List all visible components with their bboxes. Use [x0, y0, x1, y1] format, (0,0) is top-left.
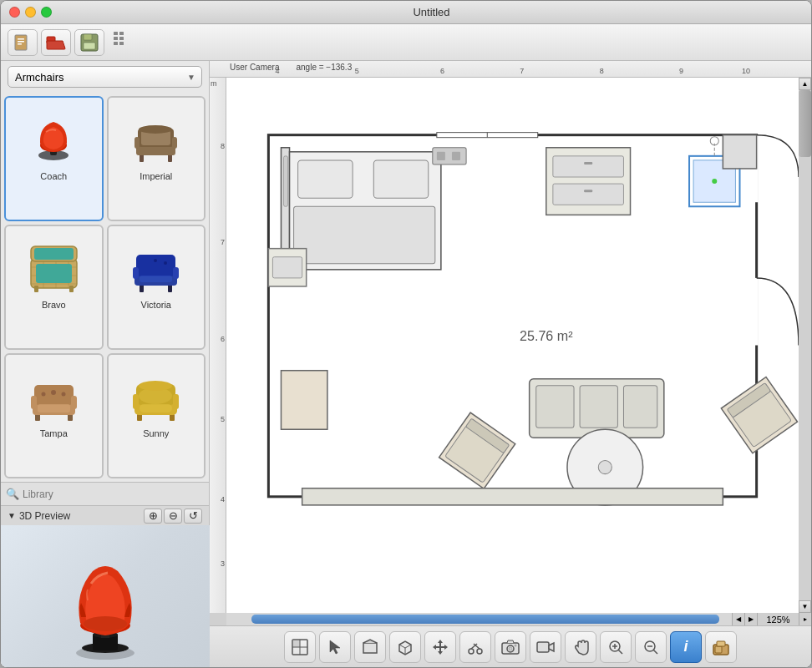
svg-rect-51: [31, 396, 37, 409]
svg-rect-12: [114, 42, 118, 45]
furniture-item-coach[interactable]: Coach: [4, 96, 104, 221]
canvas-area: User Camera angle = −136.3 4 5 6 7 8 9 1…: [210, 61, 811, 667]
furniture-item-victoria-image: [123, 231, 190, 298]
room-tool-button[interactable]: [354, 631, 386, 663]
ruler-mark-4: 4: [275, 67, 279, 75]
svg-rect-115: [723, 135, 756, 169]
info-icon: i: [683, 638, 688, 655]
svg-rect-91: [553, 156, 624, 177]
traffic-lights: [9, 7, 52, 18]
zoom-out-button[interactable]: [635, 631, 667, 663]
3d-view-button[interactable]: [389, 631, 421, 663]
ruler-top: User Camera angle = −136.3 4 5 6 7 8 9 1…: [210, 61, 811, 78]
scrollbar-vertical-thumb[interactable]: [799, 90, 811, 157]
toolbar-open-button[interactable]: [41, 29, 71, 56]
app-window: Untitled: [0, 0, 812, 668]
svg-rect-61: [133, 394, 139, 409]
svg-rect-117: [292, 640, 300, 647]
furniture-item-tampa-image: [20, 360, 87, 427]
preview-toggle-icon[interactable]: ▼: [8, 511, 16, 520]
svg-rect-94: [584, 190, 592, 192]
preview-refresh-button[interactable]: ↺: [184, 509, 202, 524]
toolbar-new-button[interactable]: [8, 29, 38, 56]
ruler-left: m 8 7 6 5 4 3: [210, 78, 226, 613]
category-select[interactable]: Armchairs Sofas Tables Beds: [8, 66, 202, 88]
furniture-item-sunny[interactable]: Sunny: [107, 353, 206, 478]
svg-rect-92: [553, 184, 624, 205]
scrollbar-horizontal-thumb[interactable]: [251, 615, 719, 624]
furniture-item-imperial-label: Imperial: [140, 171, 172, 181]
export-button[interactable]: [705, 631, 737, 663]
camera-button[interactable]: [495, 631, 526, 663]
svg-point-56: [61, 392, 65, 396]
toolbar-separator: [111, 29, 128, 56]
scroll-up-button[interactable]: ▲: [799, 78, 811, 90]
svg-rect-131: [537, 642, 549, 652]
svg-point-97: [712, 179, 717, 184]
furniture-item-tampa[interactable]: Tampa: [4, 353, 104, 478]
svg-rect-64: [140, 404, 172, 412]
canvas-viewport[interactable]: 25.76 m²: [226, 78, 799, 613]
info-button[interactable]: i: [670, 631, 702, 663]
toolbar-save-button[interactable]: [74, 29, 104, 56]
svg-rect-3: [18, 43, 22, 45]
hand-tool-button[interactable]: [565, 631, 596, 663]
svg-rect-35: [34, 286, 38, 292]
preview-header: ▼ 3D Preview ⊕ ⊖ ↺: [1, 505, 209, 525]
zoom-next-button[interactable]: ▶: [744, 613, 757, 625]
left-panel: Armchairs Sofas Tables Beds ▼: [1, 61, 210, 667]
floor-plan-svg: 25.76 m²: [226, 78, 799, 613]
minimize-button[interactable]: [25, 7, 36, 18]
ruler-mark-5: 5: [355, 67, 359, 75]
svg-marker-122: [433, 640, 448, 655]
close-button[interactable]: [9, 7, 20, 18]
furniture-item-tampa-label: Tampa: [40, 428, 68, 438]
scrollbar-bottom-track[interactable]: [226, 613, 732, 625]
svg-rect-140: [715, 646, 722, 653]
cut-tool-button[interactable]: [459, 631, 491, 663]
zoom-in-button[interactable]: [600, 631, 632, 663]
svg-rect-22: [172, 137, 177, 149]
canvas-with-ruler: m 8 7 6 5 4 3: [210, 78, 811, 613]
furniture-item-victoria[interactable]: Victoria: [107, 225, 206, 350]
title-bar: Untitled: [1, 1, 811, 24]
furniture-item-imperial[interactable]: Imperial: [107, 96, 206, 221]
maximize-button[interactable]: [41, 7, 52, 18]
zoom-prev-button[interactable]: ◀: [732, 613, 744, 625]
svg-rect-1: [18, 38, 24, 40]
ruler-mark-6v: 6: [221, 335, 225, 343]
svg-point-106: [598, 461, 612, 474]
svg-rect-53: [38, 404, 70, 412]
furniture-item-bravo[interactable]: Bravo: [4, 225, 104, 350]
ruler-mark-10: 10: [742, 67, 750, 75]
bottom-scrollbar-area: ◀ ▶ 125% ▸: [210, 613, 811, 625]
svg-rect-102: [536, 386, 574, 428]
svg-rect-52: [71, 396, 77, 409]
svg-point-124: [477, 649, 482, 654]
category-dropdown-container[interactable]: Armchairs Sofas Tables Beds ▼: [8, 66, 202, 88]
floor-plan-button[interactable]: [284, 631, 316, 663]
svg-rect-114: [302, 488, 723, 505]
svg-rect-76: [755, 278, 759, 346]
svg-rect-6: [84, 34, 92, 40]
ruler-mark-7: 7: [520, 67, 524, 75]
scrollbar-vertical-track[interactable]: [799, 90, 811, 600]
search-input[interactable]: [23, 488, 204, 500]
svg-rect-93: [584, 162, 592, 164]
scroll-down-button[interactable]: ▼: [799, 600, 811, 613]
svg-rect-83: [294, 206, 435, 263]
preview-zoom-in-button[interactable]: ⊕: [144, 509, 162, 524]
ruler-corner: [210, 613, 226, 625]
svg-rect-58: [170, 414, 175, 421]
furniture-item-coach-image: [20, 103, 87, 170]
video-button[interactable]: [530, 631, 561, 663]
svg-point-44: [154, 259, 157, 262]
svg-rect-84: [284, 156, 288, 206]
svg-rect-9: [119, 32, 124, 35]
preview-zoom-out-button[interactable]: ⊖: [164, 509, 182, 524]
select-tool-button[interactable]: [319, 631, 351, 663]
move-tool-button[interactable]: [424, 631, 456, 663]
svg-rect-11: [119, 37, 124, 40]
svg-point-55: [41, 392, 45, 396]
zoom-expand-button[interactable]: ▸: [799, 613, 811, 625]
